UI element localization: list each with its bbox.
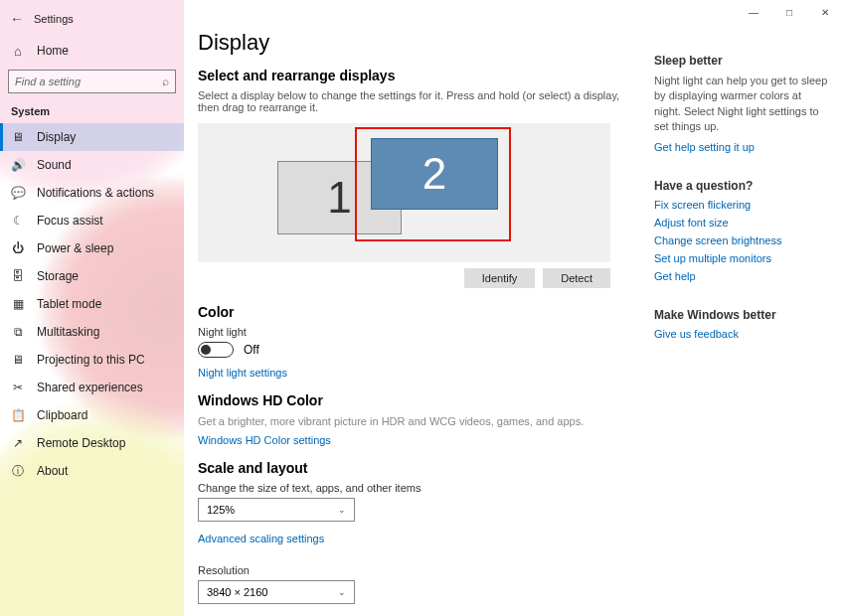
power-sleep-icon: ⏻ <box>11 241 25 255</box>
about-icon: ⓘ <box>11 463 25 480</box>
clipboard-icon: 📋 <box>11 408 25 422</box>
resolution-value: 3840 × 2160 <box>207 586 267 598</box>
multitasking-icon: ⧉ <box>11 325 25 339</box>
sidebar-item-label: Shared experiences <box>37 381 143 394</box>
remote-desktop-icon: ↗ <box>11 436 25 450</box>
hdcolor-heading: Windows HD Color <box>198 392 630 408</box>
close-button[interactable]: ✕ <box>807 0 843 24</box>
sleep-heading: Sleep better <box>654 54 829 68</box>
search-input[interactable]: Find a setting ⌕ <box>8 70 176 93</box>
maximize-button[interactable]: □ <box>771 0 807 24</box>
display-icon: 🖥 <box>11 130 25 144</box>
sidebar-item-projecting-to-this-pc[interactable]: 🖥Projecting to this PC <box>0 346 184 374</box>
sidebar-item-power-sleep[interactable]: ⏻Power & sleep <box>0 234 184 262</box>
scale-size-label: Change the size of text, apps, and other… <box>198 482 630 494</box>
help-link-fix-screen-flickering[interactable]: Fix screen flickering <box>654 199 829 211</box>
sidebar-item-notifications-actions[interactable]: 💬Notifications & actions <box>0 179 184 207</box>
sidebar-item-label: Display <box>37 130 76 144</box>
notifications-actions-icon: 💬 <box>11 186 25 200</box>
sidebar-item-label: Tablet mode <box>37 297 101 311</box>
sidebar-item-sound[interactable]: 🔊Sound <box>0 151 184 179</box>
help-link-adjust-font-size[interactable]: Adjust font size <box>654 217 829 229</box>
sidebar-item-label: About <box>37 464 68 478</box>
feedback-link[interactable]: Give us feedback <box>654 328 829 340</box>
scale-size-select[interactable]: 125% ⌄ <box>198 498 355 522</box>
back-button[interactable]: ← <box>10 11 24 27</box>
sidebar-item-multitasking[interactable]: ⧉Multitasking <box>0 318 184 346</box>
night-light-label: Night light <box>198 326 630 338</box>
sidebar: ← Settings ⌂ Home Find a setting ⌕ Syste… <box>0 0 184 616</box>
minimize-button[interactable]: — <box>736 0 771 24</box>
projecting-to-this-pc-icon: 🖥 <box>11 353 25 367</box>
help-link-get-help[interactable]: Get help <box>654 270 829 282</box>
question-heading: Have a question? <box>654 179 829 193</box>
help-link-change-screen-brightness[interactable]: Change screen brightness <box>654 234 829 246</box>
sidebar-item-label: Storage <box>37 269 79 283</box>
main-content: Display Select and rearrange displays Se… <box>184 0 644 616</box>
shared-experiences-icon: ✂ <box>11 381 25 394</box>
sleep-text: Night light can help you get to sleep by… <box>654 74 829 135</box>
monitor-2[interactable]: 2 <box>371 138 498 210</box>
app-title: Settings <box>34 13 74 25</box>
resolution-label: Resolution <box>198 564 630 576</box>
scale-heading: Scale and layout <box>198 460 630 476</box>
tips-pane: Sleep better Night light can help you ge… <box>644 0 843 616</box>
sidebar-item-about[interactable]: ⓘAbout <box>0 457 184 485</box>
sidebar-item-clipboard[interactable]: 📋Clipboard <box>0 401 184 429</box>
sidebar-item-label: Notifications & actions <box>37 186 154 200</box>
page-title: Display <box>198 30 630 56</box>
identify-button[interactable]: Identify <box>464 268 535 288</box>
advanced-scaling-link[interactable]: Advanced scaling settings <box>198 533 324 544</box>
sidebar-item-focus-assist[interactable]: ☾Focus assist <box>0 207 184 234</box>
sidebar-item-label: Multitasking <box>37 325 99 339</box>
nav-group-system: System <box>0 101 184 123</box>
detect-button[interactable]: Detect <box>543 268 610 288</box>
chevron-down-icon: ⌄ <box>338 587 346 597</box>
sidebar-item-remote-desktop[interactable]: ↗Remote Desktop <box>0 429 184 457</box>
sidebar-item-label: Clipboard <box>37 408 87 422</box>
arrange-heading: Select and rearrange displays <box>198 68 630 83</box>
scale-size-value: 125% <box>207 504 235 516</box>
color-heading: Color <box>198 304 630 320</box>
home-icon: ⌂ <box>11 44 25 59</box>
sidebar-item-label: Remote Desktop <box>37 436 125 450</box>
hdcolor-settings-link[interactable]: Windows HD Color settings <box>198 434 331 446</box>
sidebar-item-storage[interactable]: 🗄Storage <box>0 262 184 290</box>
chevron-down-icon: ⌄ <box>338 505 346 515</box>
search-icon: ⌕ <box>162 75 169 88</box>
tablet-mode-icon: ▦ <box>11 297 25 311</box>
nav-home[interactable]: ⌂ Home <box>0 36 184 66</box>
focus-assist-icon: ☾ <box>11 214 25 228</box>
arrange-description: Select a display below to change the set… <box>198 89 630 113</box>
night-light-state: Off <box>244 343 259 357</box>
display-arrangement[interactable]: 1 2 <box>198 123 610 262</box>
night-light-settings-link[interactable]: Night light settings <box>198 367 287 379</box>
help-link-set-up-multiple-monitors[interactable]: Set up multiple monitors <box>654 252 829 264</box>
resolution-select[interactable]: 3840 × 2160 ⌄ <box>198 580 355 604</box>
sidebar-item-label: Projecting to this PC <box>37 353 145 367</box>
sidebar-item-label: Sound <box>37 158 72 172</box>
sleep-link[interactable]: Get help setting it up <box>654 141 829 153</box>
sidebar-item-label: Power & sleep <box>37 241 113 255</box>
hdcolor-description: Get a brighter, more vibrant picture in … <box>198 414 595 429</box>
sound-icon: 🔊 <box>11 158 25 172</box>
sidebar-item-shared-experiences[interactable]: ✂Shared experiences <box>0 374 184 401</box>
sidebar-item-label: Focus assist <box>37 214 103 228</box>
sidebar-item-tablet-mode[interactable]: ▦Tablet mode <box>0 290 184 318</box>
sidebar-item-display[interactable]: 🖥Display <box>0 123 184 151</box>
home-label: Home <box>37 44 69 58</box>
storage-icon: 🗄 <box>11 269 25 283</box>
better-heading: Make Windows better <box>654 308 829 322</box>
search-placeholder: Find a setting <box>15 76 81 87</box>
night-light-toggle[interactable] <box>198 342 234 358</box>
